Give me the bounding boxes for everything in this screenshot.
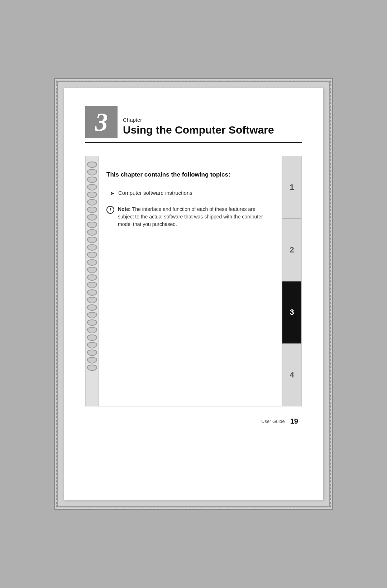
spiral-coil bbox=[87, 244, 97, 251]
spiral-coil bbox=[87, 334, 97, 341]
topic-list: ➤ Computer software instructions bbox=[106, 190, 271, 197]
spiral-coil bbox=[87, 184, 97, 191]
notebook-container: This chapter contains the following topi… bbox=[85, 156, 302, 406]
tab-label-2: 2 bbox=[290, 245, 294, 255]
page-footer: User Guide 19 bbox=[85, 417, 302, 425]
spiral-coil bbox=[87, 229, 97, 236]
note-text: Note: The interface and function of each… bbox=[118, 206, 271, 228]
footer-guide-label: User Guide bbox=[261, 419, 285, 424]
tab-item-3[interactable]: 3 bbox=[282, 281, 301, 344]
tab-item-2[interactable]: 2 bbox=[282, 219, 301, 281]
spiral-coil bbox=[87, 365, 97, 371]
arrow-icon: ➤ bbox=[110, 190, 115, 197]
notebook-intro: This chapter contains the following topi… bbox=[106, 170, 271, 179]
spiral-coil bbox=[87, 252, 97, 258]
footer-page-number: 19 bbox=[290, 417, 298, 425]
spiral-binding bbox=[86, 156, 99, 406]
topic-text: Computer software instructions bbox=[118, 190, 192, 196]
chapter-header: 3 Chapter Using the Computer Software bbox=[85, 106, 302, 138]
spiral-coil bbox=[87, 162, 97, 168]
notebook-main-content: This chapter contains the following topi… bbox=[99, 156, 282, 406]
tab-label-1: 1 bbox=[290, 183, 294, 192]
chapter-label-area: Chapter Using the Computer Software bbox=[118, 117, 302, 138]
tab-item-4[interactable]: 4 bbox=[282, 344, 301, 406]
note-block: ! Note: The interface and function of ea… bbox=[106, 206, 271, 228]
spiral-coil bbox=[87, 327, 97, 333]
spiral-coil bbox=[87, 214, 97, 221]
note-icon: ! bbox=[106, 206, 114, 214]
header-rule bbox=[85, 142, 302, 143]
page-outer: 3 Chapter Using the Computer Software bbox=[54, 78, 333, 510]
list-item: ➤ Computer software instructions bbox=[110, 190, 271, 197]
chapter-number: 3 bbox=[95, 109, 108, 135]
chapter-word: Chapter bbox=[123, 117, 302, 123]
tab-label-4: 4 bbox=[290, 370, 294, 380]
spiral-coil bbox=[87, 267, 97, 273]
chapter-number-block: 3 bbox=[85, 106, 118, 138]
spiral-coil bbox=[87, 312, 97, 318]
spiral-coil bbox=[87, 350, 97, 356]
page-inner: 3 Chapter Using the Computer Software bbox=[64, 88, 323, 500]
spiral-coil bbox=[87, 237, 97, 243]
note-body: The interface and function of each of th… bbox=[118, 206, 263, 227]
spiral-coil bbox=[87, 297, 97, 303]
note-label: Note: bbox=[118, 206, 132, 212]
tab-index: 1 2 3 4 bbox=[282, 156, 301, 406]
chapter-title: Using the Computer Software bbox=[123, 124, 302, 136]
spiral-coil bbox=[87, 357, 97, 363]
tab-label-3: 3 bbox=[290, 308, 294, 317]
spiral-coil bbox=[87, 282, 97, 288]
tab-item-1[interactable]: 1 bbox=[282, 156, 301, 219]
spiral-coil bbox=[87, 319, 97, 326]
spiral-coil bbox=[87, 259, 97, 266]
spiral-coil bbox=[87, 222, 97, 228]
spiral-coil bbox=[87, 304, 97, 311]
spiral-coil bbox=[87, 274, 97, 281]
spiral-coil bbox=[87, 207, 97, 213]
spiral-coil bbox=[87, 169, 97, 175]
spiral-coil bbox=[87, 177, 97, 183]
spiral-coil bbox=[87, 289, 97, 296]
spiral-coil bbox=[87, 342, 97, 348]
spiral-coil bbox=[87, 192, 97, 198]
spiral-coil bbox=[87, 199, 97, 206]
